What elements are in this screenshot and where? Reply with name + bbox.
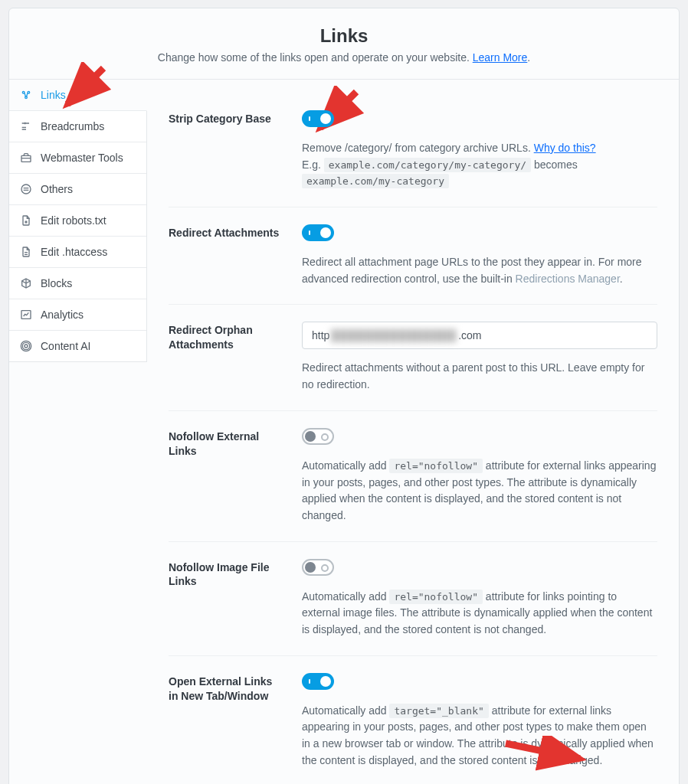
toggle-strip-category-base[interactable]	[302, 110, 334, 127]
sidebar-item-content-ai[interactable]: Content AI	[9, 331, 146, 361]
example-code-after: example.com/my-category	[302, 174, 449, 188]
sidebar-item-label: Links	[41, 89, 136, 101]
sidebar-item-label: Edit robots.txt	[41, 214, 136, 227]
setting-open-new-tab: Open External Links in New Tab/Window Au…	[169, 656, 657, 784]
analytics-icon	[19, 308, 33, 322]
sidebar: Links Breadcrumbs Webmaster Tools Others…	[9, 80, 147, 362]
attr-code: rel="nofollow"	[389, 459, 483, 473]
breadcrumb-icon	[19, 119, 33, 133]
example-code-before: example.com/category/my-category/	[324, 158, 531, 172]
setting-nofollow-external: Nofollow External Links Automatically ad…	[169, 411, 657, 542]
svg-point-10	[25, 345, 28, 348]
svg-point-8	[25, 221, 27, 223]
svg-point-11	[22, 342, 29, 349]
htaccess-icon	[19, 245, 33, 259]
setting-description: Redirect all attachment page URLs to the…	[302, 254, 657, 287]
svg-point-5	[25, 96, 28, 99]
setting-strip-category-base: Strip Category Base Remove /category/ fr…	[169, 96, 657, 207]
learn-more-link[interactable]: Learn More	[473, 51, 528, 64]
robots-icon	[19, 214, 33, 227]
others-icon	[19, 182, 33, 196]
sidebar-item-label: Webmaster Tools	[41, 152, 136, 164]
setting-redirect-attachments: Redirect Attachments Redirect all attach…	[169, 207, 657, 305]
sidebar-item-breadcrumbs[interactable]: Breadcrumbs	[9, 111, 146, 142]
sidebar-item-others[interactable]: Others	[9, 174, 146, 205]
sidebar-item-blocks[interactable]: Blocks	[9, 268, 146, 299]
sidebar-item-label: Analytics	[41, 309, 136, 321]
setting-label: Redirect Orphan Attachments	[169, 322, 283, 393]
links-icon	[19, 88, 33, 102]
page-subtitle: Change how some of the links open and op…	[21, 51, 667, 64]
sidebar-item-edit-robots[interactable]: Edit robots.txt	[9, 205, 146, 237]
attr-code: rel="nofollow"	[389, 590, 483, 604]
sidebar-item-edit-htaccess[interactable]: Edit .htaccess	[9, 237, 146, 268]
blocks-icon	[19, 276, 33, 290]
setting-label: Nofollow Image File Links	[169, 559, 283, 639]
setting-label: Nofollow External Links	[169, 428, 283, 524]
attr-code: target="_blank"	[389, 704, 488, 718]
page-title: Links	[21, 25, 667, 47]
sidebar-item-label: Edit .htaccess	[41, 246, 136, 258]
sidebar-item-links[interactable]: Links	[9, 80, 147, 111]
settings-panel: Links Change how some of the links open …	[8, 8, 680, 784]
toolbox-icon	[19, 151, 33, 165]
settings-content: Strip Category Base Remove /category/ fr…	[147, 80, 679, 784]
toggle-open-new-tab[interactable]	[302, 673, 334, 690]
setting-redirect-orphan: Redirect Orphan Attachments http████████…	[169, 305, 657, 410]
setting-nofollow-image: Nofollow Image File Links Automatically …	[169, 542, 657, 656]
sidebar-item-label: Breadcrumbs	[41, 120, 136, 132]
toggle-nofollow-external[interactable]	[302, 428, 334, 445]
setting-label: Open External Links in New Tab/Window	[169, 673, 283, 769]
page-header: Links Change how some of the links open …	[9, 8, 679, 80]
redirections-manager-link[interactable]: Redirections Manager	[516, 273, 620, 285]
sidebar-item-label: Others	[41, 183, 136, 195]
setting-description: Redirect attachments without a parent po…	[302, 360, 657, 393]
content-ai-icon	[19, 339, 33, 353]
svg-point-7	[21, 185, 31, 194]
why-do-this-link[interactable]: Why do this?	[534, 142, 596, 154]
setting-label: Redirect Attachments	[169, 224, 283, 287]
toggle-redirect-attachments[interactable]	[302, 224, 334, 241]
toggle-nofollow-image[interactable]	[302, 559, 334, 576]
sidebar-item-label: Content AI	[41, 340, 136, 352]
setting-description: Automatically add target="_blank" attrib…	[302, 703, 657, 769]
sidebar-item-analytics[interactable]: Analytics	[9, 299, 146, 331]
sidebar-item-webmaster-tools[interactable]: Webmaster Tools	[9, 142, 146, 174]
orphan-redirect-url-input[interactable]: http███████████████.com	[302, 322, 657, 349]
setting-description: Automatically add rel="nofollow" attribu…	[302, 589, 657, 639]
setting-description: Automatically add rel="nofollow" attribu…	[302, 458, 657, 524]
sidebar-item-label: Blocks	[41, 277, 136, 289]
setting-label: Strip Category Base	[169, 110, 283, 190]
setting-description: Remove /category/ from category archive …	[302, 140, 657, 190]
